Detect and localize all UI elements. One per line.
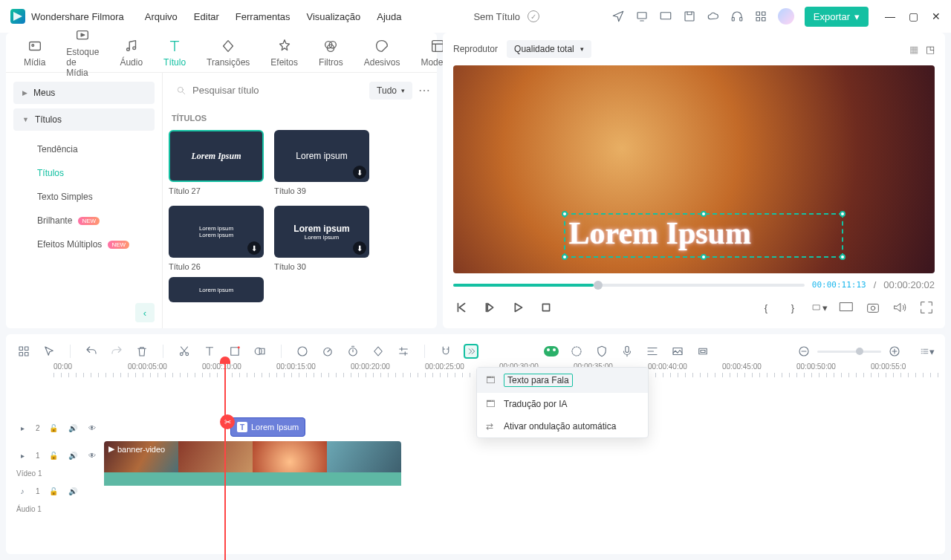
sidebar-item-multi[interactable]: Efeitos MúltiplosNEW	[13, 233, 155, 255]
delete-icon[interactable]	[134, 344, 149, 359]
menu-help[interactable]: Ajuda	[377, 11, 401, 22]
mic-icon[interactable]	[620, 344, 634, 359]
asset-item[interactable]: Lorem ipsumLorem ipsum⬇ Título 30	[274, 206, 369, 271]
tab-transitions[interactable]: Transições	[196, 38, 260, 68]
track-video2-icon[interactable]: ▸	[16, 422, 28, 434]
lock-icon[interactable]: 🔓	[48, 450, 59, 462]
sidebar-item-trend[interactable]: Tendência	[13, 138, 155, 160]
frame-icon[interactable]	[695, 344, 710, 359]
play-icon[interactable]	[510, 299, 526, 316]
step-back-icon[interactable]	[481, 299, 498, 316]
send-icon[interactable]	[611, 10, 625, 23]
mask-icon[interactable]	[253, 344, 267, 359]
lock-icon[interactable]: 🔓	[48, 422, 59, 434]
asset-item[interactable]: Lorem ipsum	[169, 277, 264, 302]
mute-icon[interactable]: 🔊	[67, 422, 79, 434]
search-input[interactable]	[192, 85, 356, 96]
close-button[interactable]: ✕	[932, 10, 941, 22]
cursor-icon[interactable]	[42, 344, 56, 359]
menu-tts[interactable]: 🗔Texto para Fala	[477, 368, 648, 393]
image-view-icon[interactable]: ◳	[926, 44, 935, 55]
track-audio-icon[interactable]: ♪	[16, 486, 28, 498]
cut-icon[interactable]	[177, 344, 192, 359]
tab-filters[interactable]: Filtros	[308, 38, 354, 68]
progress-bar[interactable]	[453, 284, 805, 287]
keyframe-icon[interactable]	[371, 344, 386, 359]
stop-icon[interactable]	[538, 299, 554, 316]
snapshot-icon[interactable]	[865, 299, 881, 316]
mute-icon[interactable]: 🔊	[67, 486, 79, 498]
layout-icon[interactable]	[16, 344, 31, 359]
expand-tools-icon[interactable]	[464, 344, 478, 359]
zoom-slider[interactable]	[817, 351, 881, 353]
asset-item[interactable]: Lorem Ipsum Título 27	[169, 130, 264, 195]
sidebar-item-shiny[interactable]: BrilhanteNEW	[13, 209, 155, 232]
more-icon[interactable]: ⋯	[418, 83, 431, 97]
track-video1-icon[interactable]: ▸	[16, 450, 28, 462]
sidebar-item-titulos[interactable]: Títulos	[13, 162, 155, 184]
apps-icon[interactable]	[754, 10, 767, 23]
minimize-button[interactable]: —	[885, 10, 895, 22]
ai-pill-icon[interactable]	[544, 346, 559, 356]
filter-dropdown[interactable]: Tudo▾	[369, 82, 412, 100]
menu-translate[interactable]: 🗔Tradução por IA	[477, 393, 648, 415]
avatar-icon[interactable]	[778, 8, 794, 25]
menu-ripple[interactable]: ⇄Ativar ondulação automática	[477, 415, 648, 437]
video-preview[interactable]: Lorem Ipsum	[453, 65, 935, 273]
mute-icon[interactable]: 🔊	[67, 450, 79, 462]
menu-tools[interactable]: Ferramentas	[236, 11, 291, 22]
export-button[interactable]: Exportar▾	[805, 7, 869, 27]
maximize-button[interactable]: ▢	[909, 10, 918, 22]
list-icon[interactable]: ▾	[920, 344, 935, 359]
prev-frame-icon[interactable]	[453, 299, 470, 316]
pic-icon[interactable]	[670, 344, 685, 359]
lock-icon[interactable]: 🔓	[48, 486, 59, 498]
screen-icon[interactable]	[659, 10, 672, 23]
title-clip[interactable]: TLorem Ipsum	[230, 417, 305, 437]
redo-icon[interactable]	[109, 344, 124, 359]
clip-view-icon[interactable]: ▾	[811, 299, 828, 316]
cut-handle-icon[interactable]: ✂	[220, 414, 235, 429]
screen-icon[interactable]	[838, 299, 854, 316]
menu-edit[interactable]: Editar	[194, 11, 219, 22]
zoom-in-icon[interactable]	[887, 344, 902, 359]
brace-open-icon[interactable]: {	[758, 299, 774, 316]
tab-media[interactable]: Mídia	[13, 38, 56, 68]
sidebar-collapse-icon[interactable]: ‹	[135, 303, 155, 322]
asset-item[interactable]: Lorem ipsumLorem ipsum⬇ Título 26	[169, 206, 264, 271]
asset-item[interactable]: Lorem ipsum⬇ Título 39	[274, 130, 369, 195]
grid-view-icon[interactable]: ▦	[909, 44, 918, 55]
sidebar-item-plain[interactable]: Texto Simples	[13, 186, 155, 208]
text-icon[interactable]	[202, 344, 217, 359]
tab-effects[interactable]: Efeitos	[260, 38, 308, 68]
eye-icon[interactable]: 👁	[86, 450, 98, 462]
category-meus[interactable]: ▶Meus	[13, 82, 155, 104]
tab-audio[interactable]: Áudio	[109, 38, 153, 68]
quality-dropdown[interactable]: Qualidade total▾	[507, 40, 591, 58]
menu-file[interactable]: Arquivo	[145, 11, 178, 22]
adjust-icon[interactable]	[396, 344, 411, 359]
playhead[interactable]	[224, 359, 226, 560]
audio-strip[interactable]	[104, 472, 401, 486]
sparkle-circle-icon[interactable]	[569, 344, 584, 359]
selection-bounds[interactable]	[564, 213, 843, 258]
speed-icon[interactable]	[320, 344, 335, 359]
tab-stock[interactable]: Estoque de Mídia	[56, 27, 109, 78]
subtitle-icon[interactable]	[645, 344, 660, 359]
fullscreen-icon[interactable]	[918, 299, 935, 316]
magnet-icon[interactable]	[438, 344, 453, 359]
zoom-out-icon[interactable]	[796, 344, 811, 359]
category-titulos[interactable]: ▼Títulos	[13, 108, 155, 131]
save-icon[interactable]	[683, 10, 696, 23]
headset-icon[interactable]	[730, 10, 744, 23]
menu-view[interactable]: Visualização	[307, 11, 361, 22]
cloud-icon[interactable]	[707, 10, 720, 23]
tab-stickers[interactable]: Adesivos	[354, 38, 411, 68]
brace-close-icon[interactable]: }	[785, 299, 801, 316]
volume-icon[interactable]	[892, 299, 908, 316]
shield-icon[interactable]	[594, 344, 609, 359]
undo-icon[interactable]	[84, 344, 99, 359]
timer-icon[interactable]	[345, 344, 360, 359]
eye-icon[interactable]: 👁	[86, 422, 98, 434]
color-icon[interactable]	[295, 344, 310, 359]
